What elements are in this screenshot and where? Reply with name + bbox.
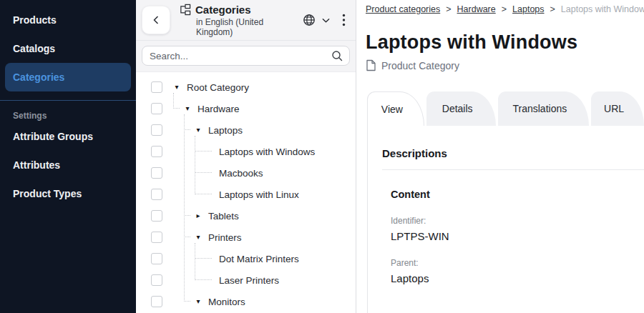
expand-arrow-icon[interactable]: ▾ — [194, 297, 203, 306]
tree-connector-line — [195, 279, 212, 280]
tree-row-hardware[interactable]: ▾ Hardware — [136, 98, 356, 119]
breadcrumb-separator: > — [502, 4, 507, 14]
descriptions-section-title: Descriptions — [382, 147, 644, 159]
tree-connector-line — [195, 194, 212, 194]
sidebar-item-catalogs[interactable]: Catalogs — [0, 34, 136, 63]
checkbox[interactable] — [151, 274, 162, 286]
breadcrumb-separator: > — [446, 4, 451, 14]
tree-connector-line — [184, 301, 190, 302]
checkbox[interactable] — [151, 210, 162, 222]
checkbox[interactable] — [151, 146, 162, 157]
tree-node-label[interactable]: Laptops with Linux — [219, 189, 299, 200]
sidebar-item-attribute-groups[interactable]: Attribute Groups — [0, 122, 136, 151]
identifier-field-value: LPTPS-WIN — [391, 230, 644, 242]
parent-field-value: Laptops — [391, 272, 644, 284]
chevron-down-icon — [321, 16, 331, 25]
tree-node-label[interactable]: Laser Printers — [219, 275, 279, 286]
identifier-field-label: Identifier: — [391, 216, 644, 226]
content-heading: Content — [391, 189, 644, 200]
breadcrumb: Product categories > Hardware > Laptops … — [366, 0, 644, 14]
breadcrumb-separator: > — [550, 4, 555, 14]
checkbox[interactable] — [151, 296, 162, 307]
checkbox[interactable] — [151, 253, 162, 264]
sidebar-item-attributes[interactable]: Attributes — [0, 151, 136, 179]
tab-details[interactable]: Details — [426, 91, 496, 126]
tree-panel-title: Categories — [195, 4, 251, 16]
category-tree-panel: Categories in English (United Kingdom) — [136, 0, 356, 313]
tree-connector-line — [173, 93, 174, 109]
kebab-menu-button[interactable] — [341, 12, 347, 28]
content-block: Content Identifier: LPTPS-WIN Parent: La… — [391, 189, 644, 284]
tree-node-label[interactable]: Tablets — [208, 211, 239, 222]
breadcrumb-link-product-categories[interactable]: Product categories — [366, 4, 440, 14]
locale-switcher-button[interactable] — [301, 11, 332, 29]
tree-row-dot-matrix-printers[interactable]: Dot Matrix Printers — [136, 248, 356, 269]
breadcrumb-link-hardware[interactable]: Hardware — [457, 4, 496, 14]
tab-translations[interactable]: Translations — [498, 91, 590, 126]
checkbox[interactable] — [151, 167, 162, 179]
checkbox[interactable] — [151, 81, 162, 93]
tree-node-label[interactable]: Root Category — [187, 82, 249, 93]
globe-icon — [302, 13, 316, 27]
tree-row-tablets[interactable]: ▸ Tablets — [136, 205, 356, 227]
expand-arrow-icon[interactable]: ▾ — [194, 233, 203, 242]
tree-row-laptops-with-windows[interactable]: Laptops with Windows — [136, 141, 356, 162]
tree-connector-line — [195, 172, 212, 173]
page-subtitle: Product Category — [366, 59, 644, 71]
breadcrumb-link-laptops[interactable]: Laptops — [512, 4, 544, 14]
view-tab-panel: Descriptions Content Identifier: LPTPS-W… — [367, 126, 644, 313]
back-button[interactable] — [142, 6, 170, 34]
tree-row-macbooks[interactable]: Macbooks — [136, 162, 356, 184]
breadcrumb-current: Laptops with Windows — [561, 4, 644, 14]
chevron-left-icon — [150, 14, 162, 26]
tree-node-label[interactable]: Printers — [208, 232, 242, 243]
tree-row-printers[interactable]: ▾ Printers — [136, 227, 356, 248]
tree-node-label[interactable]: Laptops with Windows — [219, 146, 315, 157]
expand-arrow-icon[interactable]: ▾ — [172, 83, 181, 91]
tab-bar: View Details Translations URL — [366, 91, 644, 126]
category-tree: ▾ Root Category ▾ Hardware ▾ Laptops Lap… — [136, 72, 356, 313]
tree-connector-line — [195, 243, 195, 280]
page-title: Laptops with Windows — [366, 31, 644, 53]
hierarchy-icon — [179, 4, 191, 16]
expand-arrow-icon[interactable]: ▾ — [194, 126, 203, 134]
sidebar-item-product-types[interactable]: Product Types — [0, 179, 136, 208]
section-divider — [382, 169, 644, 170]
category-search-input[interactable] — [142, 46, 350, 66]
tree-connector-line — [184, 129, 190, 130]
checkbox[interactable] — [151, 232, 162, 243]
page-subtitle-label: Product Category — [381, 60, 459, 71]
tree-panel-locale-subtitle: in English (United Kingdom) — [196, 17, 301, 37]
tree-node-label[interactable]: Monitors — [208, 297, 245, 307]
tree-connector-line — [195, 136, 195, 194]
tree-row-laser-printers[interactable]: Laser Printers — [136, 269, 356, 291]
tree-row-laptops[interactable]: ▾ Laptops — [136, 119, 356, 141]
sidebar-item-products[interactable]: Products — [0, 6, 136, 34]
search-icon — [331, 49, 343, 62]
tree-connector-line — [184, 215, 190, 216]
tree-panel-header: Categories in English (United Kingdom) — [136, 0, 356, 72]
main-sidebar: Products Catalogs Categories Settings At… — [0, 0, 136, 313]
tree-row-laptops-with-linux[interactable]: Laptops with Linux — [136, 184, 356, 205]
tree-connector-line — [195, 258, 212, 259]
checkbox[interactable] — [151, 124, 162, 136]
tab-view[interactable]: View — [367, 91, 424, 126]
tree-node-label[interactable]: Laptops — [208, 125, 243, 136]
tree-row-monitors[interactable]: ▾ Monitors — [136, 291, 356, 312]
sidebar-section-settings: Settings — [0, 101, 136, 122]
expand-arrow-icon[interactable]: ▸ — [194, 212, 203, 220]
tree-node-label[interactable]: Macbooks — [219, 168, 263, 179]
tree-connector-line — [195, 151, 212, 151]
main-content: Product categories > Hardware > Laptops … — [356, 0, 644, 313]
tree-connector-line — [173, 108, 180, 109]
tree-node-label[interactable]: Hardware — [197, 104, 240, 114]
tree-node-label[interactable]: Dot Matrix Printers — [219, 254, 299, 264]
tab-url[interactable]: URL — [591, 91, 644, 126]
kebab-icon — [342, 14, 346, 26]
checkbox[interactable] — [151, 103, 162, 114]
sidebar-item-categories[interactable]: Categories — [5, 63, 131, 91]
expand-arrow-icon[interactable]: ▾ — [183, 104, 192, 113]
tree-connector-line — [184, 114, 185, 302]
tree-row-root-category[interactable]: ▾ Root Category — [136, 76, 356, 98]
checkbox[interactable] — [151, 189, 162, 200]
